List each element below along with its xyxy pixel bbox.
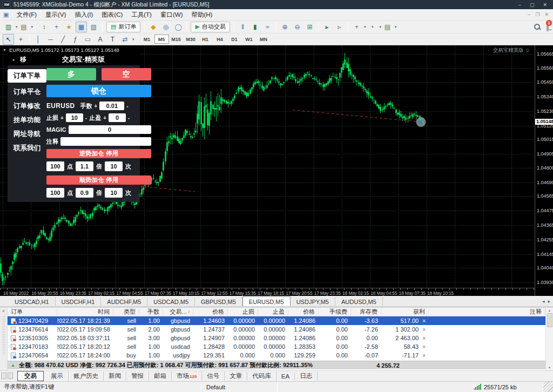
new-order-button[interactable]: ▤新订单 (106, 22, 140, 32)
metaeditor-icon[interactable]: ◆ (147, 22, 159, 32)
order-row[interactable]: 1234701832022.05.17 18:20:12sell1.00usdc… (8, 342, 545, 351)
close-order-icon[interactable]: × (422, 318, 426, 324)
stoploss-minus-button[interactable]: - (85, 115, 87, 121)
minimize-button[interactable]: – (518, 2, 521, 8)
with-trend-points-input[interactable] (46, 188, 64, 198)
buy-button[interactable]: 多 (46, 68, 96, 80)
profiles-icon-caret[interactable]: ▾ (31, 25, 33, 29)
menu-item-6[interactable]: 帮助(H) (187, 10, 217, 20)
menu-item-0[interactable]: 文件(F) (12, 10, 41, 20)
timeframe-M30[interactable]: M30 (184, 35, 198, 44)
menu-item-2[interactable]: 插入(I) (70, 10, 97, 20)
timeframe-H1[interactable]: H1 (198, 35, 213, 44)
chart-tab-5[interactable]: EURUSD,M5 (242, 296, 291, 306)
counter-trend-times-input[interactable] (105, 161, 123, 171)
periods-icon[interactable]: ◔ (366, 22, 377, 32)
chart-tab-2[interactable]: AUDCHF,M5 (101, 297, 147, 306)
terminal-tab-7[interactable]: 信号 (202, 371, 225, 381)
column-header-1[interactable]: 时间 (57, 309, 113, 315)
stoploss-input[interactable] (66, 113, 83, 122)
chart-tab-7[interactable]: AUDUSD,M5 (335, 297, 383, 306)
order-row[interactable]: 1234706542022.05.17 18:24:00buy1.00usdjp… (8, 351, 545, 360)
profiles-icon[interactable]: ▤ (18, 22, 30, 32)
fibonacci-icon[interactable]: ƒ (70, 34, 81, 45)
terminal-tab-1[interactable]: 展示 (46, 371, 69, 381)
comment-input[interactable] (60, 137, 151, 146)
column-header-3[interactable]: 手数 (139, 309, 163, 315)
with-trend-mult-input[interactable] (76, 188, 93, 198)
chart-tab-6[interactable]: USDJPY,M5 (291, 297, 335, 306)
with-trend-button[interactable]: 顺势加仓 停用 (46, 175, 151, 185)
horizontal-line-icon[interactable]: ─ (45, 34, 56, 45)
counter-trend-points-input[interactable] (46, 161, 64, 171)
menu-item-4[interactable]: 工具(T) (127, 10, 156, 20)
lots-plus-button[interactable]: + (94, 103, 97, 109)
data-window-icon[interactable]: + (51, 22, 62, 32)
zoom-out-icon[interactable]: ⊖ (292, 22, 303, 32)
close-order-icon[interactable]: × (422, 353, 426, 359)
terminal-grip[interactable] (2, 316, 5, 354)
ea-smiley-icon[interactable]: ☺ (525, 47, 530, 53)
terminal-tab-4[interactable]: 警报 (126, 371, 149, 381)
resize-grip[interactable] (543, 382, 553, 392)
chart-tab-0[interactable]: USDCAD,H1 (9, 297, 56, 306)
terminal-tab-2[interactable]: 账户历史 (69, 371, 104, 381)
tab-scroll-left-icon[interactable]: ◂ (542, 299, 545, 304)
order-row[interactable]: 1234766142022.05.17 19:09:58sell2.00gbpu… (8, 325, 545, 334)
scroll-thumb[interactable] (547, 313, 552, 327)
counter-trend-button[interactable]: 逆势加仓 停用 (46, 149, 151, 158)
column-header-6[interactable]: 止损 (228, 309, 258, 315)
takeprofit-plus-button[interactable]: + (103, 115, 106, 121)
search-icon[interactable] (533, 23, 541, 31)
text-tool-icon[interactable]: A (95, 34, 106, 45)
column-header-7[interactable]: 止盈 (258, 309, 288, 315)
templates-icon-caret[interactable]: ▾ (395, 25, 397, 29)
column-header-5[interactable]: 价格 (193, 309, 228, 315)
chart-tab-4[interactable]: GBPUSD,M5 (195, 297, 242, 306)
experts-icon[interactable]: ◎ (160, 22, 171, 32)
lots-minus-button[interactable]: - (126, 103, 128, 109)
order-row[interactable]: 1234704292022.05.17 18:21:39sell1.00gbpu… (8, 316, 545, 325)
notifications-button[interactable]: 1 (547, 24, 549, 30)
child-minimize-button[interactable]: – (528, 12, 530, 17)
terminal-tab-0[interactable]: 交易 (17, 371, 44, 381)
magic-input[interactable] (69, 125, 151, 134)
column-header-8[interactable]: 价格 (288, 309, 319, 315)
timeframe-M1[interactable]: M1 (140, 35, 154, 44)
tile-windows-icon[interactable]: ⊞ (304, 22, 315, 32)
trendline-icon[interactable]: ╱ (57, 34, 69, 45)
close-order-icon[interactable]: × (422, 344, 426, 350)
zoom-in-icon[interactable]: ⊕ (279, 22, 291, 32)
terminal-icon[interactable]: ▦ (76, 22, 87, 32)
bar-chart-icon[interactable]: ‖ (237, 22, 248, 32)
panel-minimize-button[interactable]: - (12, 56, 15, 64)
close-button[interactable]: ✕ (543, 2, 547, 8)
status-profile[interactable]: Default (201, 384, 277, 390)
column-header-4[interactable]: 交易.../ (163, 309, 193, 315)
symbol-dropdown-icon[interactable]: ▼ (3, 48, 6, 52)
crosshair-tool-icon[interactable]: + (15, 34, 26, 45)
panel-nav-item-5[interactable]: 联系我们 (8, 144, 46, 153)
line-chart-icon[interactable]: ≈ (262, 22, 273, 32)
timeframe-H4[interactable]: H4 (213, 35, 227, 44)
channel-icon[interactable]: ▭ (82, 34, 93, 45)
navigator-icon[interactable]: ★ (63, 22, 75, 32)
terminal-tab-9[interactable]: 代码库 (247, 371, 276, 381)
time-axis[interactable]: 16 May 202216 May 20:5516 May 23:3517 Ma… (0, 288, 535, 296)
panel-nav-item-3[interactable]: 挂单功能 (8, 116, 46, 125)
indicators-icon[interactable]: + (351, 22, 362, 32)
timeframe-W1[interactable]: W1 (242, 35, 257, 44)
with-trend-times-input[interactable] (105, 188, 123, 198)
scroll-up-icon[interactable]: ▲ (548, 309, 551, 312)
column-header-9[interactable]: 手续费 (319, 309, 351, 315)
child-close-button[interactable]: ✕ (544, 12, 549, 17)
column-header-0[interactable]: 订单 (8, 309, 57, 315)
chart-tab-1[interactable]: USDCHF,H1 (56, 297, 102, 306)
lock-position-button[interactable]: 锁仓 (46, 85, 151, 97)
takeprofit-input[interactable] (109, 113, 126, 122)
price-axis[interactable]: 1.056651.055601.054501.053401.052301.051… (535, 45, 553, 296)
column-header-11[interactable]: 获利 (381, 309, 429, 315)
timeframe-MN[interactable]: MN (257, 35, 271, 44)
terminal-tab-3[interactable]: 新闻 (104, 371, 126, 381)
candlestick-icon[interactable]: ▮ (249, 22, 261, 32)
